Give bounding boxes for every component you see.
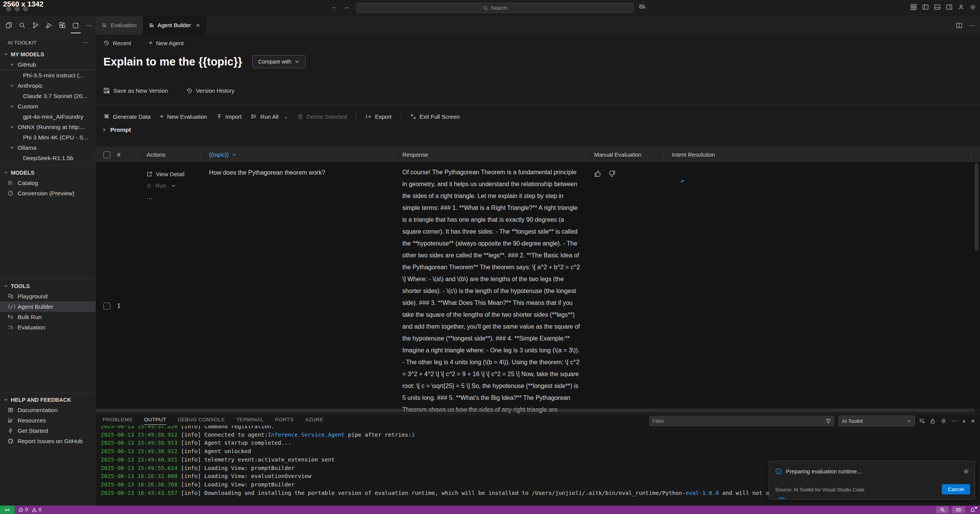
delete-selected-button[interactable]: Delete Selected <box>297 113 347 120</box>
split-editor-icon[interactable] <box>956 22 962 29</box>
new-agent-button[interactable]: + New Agent <box>149 39 184 47</box>
tree-group-github[interactable]: GitHub <box>0 59 96 70</box>
sidebar-item-report-issues[interactable]: Report Issues on GitHub <box>0 436 96 446</box>
panel-tab-problems[interactable]: PROBLEMS <box>103 417 132 425</box>
ai-toolkit-view-icon[interactable] <box>72 20 80 30</box>
thumbs-down-icon[interactable] <box>608 170 616 177</box>
version-history-button[interactable]: Version History <box>186 87 235 94</box>
sidebar-more-actions-icon[interactable]: ⋯ <box>83 39 88 46</box>
run-all-button[interactable]: Run All <box>251 113 279 120</box>
sidebar-item-evaluation[interactable]: Evaluation <box>0 322 96 332</box>
horizontal-scrollbar[interactable] <box>96 409 974 412</box>
chevron-down-icon[interactable] <box>171 183 176 188</box>
remote-indicator[interactable]: >< <box>0 506 15 514</box>
recent-button[interactable]: Recent <box>103 40 131 46</box>
copilot-status-item[interactable] <box>952 506 965 513</box>
customize-layout-icon[interactable] <box>910 4 917 10</box>
section-help-and-feedback[interactable]: HELP AND FEEDBACK <box>0 395 96 405</box>
exit-full-screen-button[interactable]: Exit Full Screen <box>410 113 460 120</box>
panel-tab-output[interactable]: OUTPUT <box>144 417 166 425</box>
problems-status[interactable]: 0 0 <box>18 507 41 512</box>
compare-with-button[interactable]: Compare with <box>252 55 305 68</box>
row-checkbox[interactable] <box>103 303 110 309</box>
sidebar-item-catalog[interactable]: Catalog <box>0 178 96 188</box>
toggle-secondary-sidebar-icon[interactable] <box>946 4 952 10</box>
column-resizer[interactable] <box>137 151 138 159</box>
run-row-button[interactable]: Run <box>147 182 204 189</box>
tree-group-onnx[interactable]: ONNX (Running at http:... <box>0 122 96 132</box>
tab-evaluation[interactable]: Evaluation <box>96 16 143 34</box>
column-resizer[interactable] <box>393 151 394 159</box>
panel-more-actions-icon[interactable]: ⋯ <box>952 417 957 424</box>
row-more-actions-button[interactable]: ... <box>147 194 204 201</box>
tab-agent-builder[interactable]: Agent Builder ✕ <box>143 16 206 34</box>
tree-group-ollama[interactable]: Ollama <box>0 142 96 153</box>
panel-tab-azure[interactable]: AZURE <box>305 417 323 425</box>
vertical-scrollbar[interactable] <box>975 163 978 251</box>
explorer-icon[interactable] <box>5 20 13 30</box>
column-resizer[interactable] <box>971 151 971 159</box>
view-detail-button[interactable]: View Detail <box>147 171 204 177</box>
notification-settings-gear-icon[interactable] <box>963 468 969 475</box>
sidebar-item-get-started[interactable]: Get Started <box>0 426 96 436</box>
tree-item-model[interactable]: gpt-4o-mini_AIFoundry <box>0 111 96 122</box>
maximize-panel-icon[interactable]: ∧ <box>962 418 966 424</box>
toggle-primary-sidebar-icon[interactable] <box>922 4 929 10</box>
panel-tab-debug-console[interactable]: DEBUG CONSOLE <box>178 417 225 425</box>
tree-item-model[interactable]: Phi-3.5-mini instruct (... <box>0 70 96 80</box>
sidebar-item-documentation[interactable]: Documentation <box>0 405 96 415</box>
output-filter[interactable] <box>649 416 835 426</box>
close-panel-icon[interactable]: ✕ <box>971 418 975 424</box>
navigate-forward-icon[interactable]: → <box>343 3 350 11</box>
settings-gear-icon[interactable] <box>970 4 976 10</box>
panel-tab-terminal[interactable]: TERMINAL <box>236 417 263 425</box>
tree-item-model[interactable]: Claude 3.7 Sonnet (20... <box>0 91 96 101</box>
column-resizer[interactable] <box>663 151 664 159</box>
zoom-status-item[interactable] <box>936 506 949 513</box>
cancel-button[interactable]: Cancel <box>942 484 970 494</box>
prompt-section-toggle[interactable]: Prompt <box>102 126 131 133</box>
run-debug-icon[interactable] <box>45 20 53 30</box>
select-all-checkbox[interactable] <box>103 151 110 158</box>
copilot-menu[interactable]: ⌄ <box>639 4 647 10</box>
panel-tab-ports[interactable]: PORTS <box>275 417 294 425</box>
import-button[interactable]: Import <box>216 113 242 120</box>
run-all-dropdown-icon[interactable]: ⌄ <box>284 114 288 119</box>
column-header-topic[interactable]: {{topic}} <box>209 147 237 162</box>
notifications-bell[interactable] <box>969 507 977 512</box>
output-filter-input[interactable] <box>653 418 826 424</box>
account-icon[interactable] <box>958 4 964 10</box>
tree-group-custom[interactable]: Custom <box>0 101 96 111</box>
tree-group-anthropic[interactable]: Anthropic <box>0 80 96 91</box>
section-models[interactable]: MODELS <box>0 167 96 178</box>
toggle-panel-icon[interactable] <box>934 4 941 10</box>
tree-item-model[interactable]: Phi 3 Mini 4K (CPU - S... <box>0 132 96 142</box>
editor-more-actions-icon[interactable]: ⋯ <box>969 22 975 29</box>
section-tools[interactable]: TOOLS <box>0 281 96 291</box>
topic-cell[interactable]: How does the Pythagorean theorem work? <box>209 169 385 176</box>
navigate-back-icon[interactable]: ← <box>332 3 338 11</box>
sidebar-item-resources[interactable]: Resources <box>0 415 96 426</box>
output-channel-select[interactable]: AI Toolkit <box>838 416 915 426</box>
column-resizer[interactable] <box>585 151 586 159</box>
new-evaluation-button[interactable]: + New Evaluation <box>160 113 207 120</box>
more-views-icon[interactable]: ⋯ <box>85 20 93 31</box>
command-center-search[interactable]: Search <box>356 3 634 13</box>
sidebar-item-playground[interactable]: Playground <box>0 291 96 301</box>
search-view-icon[interactable] <box>18 20 26 30</box>
extensions-icon[interactable] <box>58 20 67 30</box>
section-my-models[interactable]: MY MODELS <box>0 49 96 59</box>
export-button[interactable]: Export <box>366 113 391 120</box>
save-as-new-version-button[interactable]: Save as New Version <box>103 87 168 94</box>
source-control-icon[interactable] <box>31 20 40 30</box>
lock-icon[interactable] <box>930 418 936 424</box>
close-tab-icon[interactable]: ✕ <box>196 23 200 28</box>
sidebar-item-agent-builder[interactable]: (/) Agent Builder <box>0 301 96 312</box>
sidebar-item-bulk-run[interactable]: Bulk Run <box>0 312 96 322</box>
clear-output-icon[interactable] <box>919 418 925 424</box>
column-resizer[interactable] <box>201 151 201 159</box>
sidebar-item-conversion[interactable]: Conversion (Preview) <box>0 188 96 198</box>
response-cell[interactable]: Of course! The Pythagorean Theorem is a … <box>402 166 582 427</box>
generate-data-button[interactable]: Generate Data <box>103 113 150 120</box>
tree-item-model[interactable]: DeepSeek-R1:1.5b <box>0 153 96 163</box>
